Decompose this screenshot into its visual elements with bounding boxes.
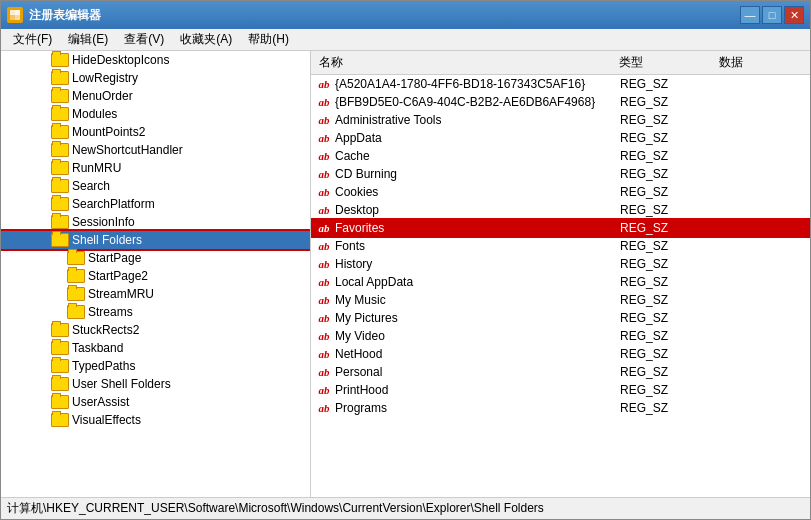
registry-row-0[interactable]: ab{A520A1A4-1780-4FF6-BD18-167343C5AF16}… [311,75,810,93]
main-window: 注册表编辑器 — □ ✕ 文件(F) 编辑(E) 查看(V) 收藏夹(A) 帮助… [0,0,811,520]
column-headers: 名称 类型 数据 [311,51,810,75]
reg-type-icon-3: ab [315,132,333,144]
registry-row-10[interactable]: abHistoryREG_SZ [311,255,810,273]
minimize-button[interactable]: — [740,6,760,24]
tree-item-LowRegistry[interactable]: LowRegistry [1,69,310,87]
reg-type-6: REG_SZ [620,185,720,199]
tree-item-Search[interactable]: Search [1,177,310,195]
window-title: 注册表编辑器 [29,7,734,24]
tree-item-MountPoints2[interactable]: MountPoints2 [1,123,310,141]
reg-type-16: REG_SZ [620,365,720,379]
registry-row-12[interactable]: abMy MusicREG_SZ [311,291,810,309]
menu-help[interactable]: 帮助(H) [240,29,297,50]
folder-icon-UserShellFolders [51,377,69,391]
folder-icon-HideDesktopIcons [51,53,69,67]
reg-name-5: CD Burning [335,167,620,181]
tree-item-MenuOrder[interactable]: MenuOrder [1,87,310,105]
reg-name-13: My Pictures [335,311,620,325]
tree-item-VisualEffects[interactable]: VisualEffects [1,411,310,429]
registry-row-3[interactable]: abAppDataREG_SZ [311,129,810,147]
reg-type-13: REG_SZ [620,311,720,325]
reg-name-2: Administrative Tools [335,113,620,127]
reg-type-8: REG_SZ [620,221,720,235]
tree-label-StartPage: StartPage [88,251,141,265]
folder-icon-LowRegistry [51,71,69,85]
tree-item-Streams[interactable]: Streams [1,303,310,321]
reg-type-3: REG_SZ [620,131,720,145]
tree-item-StartPage2[interactable]: StartPage2 [1,267,310,285]
folder-icon-Search [51,179,69,193]
tree-item-StartPage[interactable]: StartPage [1,249,310,267]
reg-type-1: REG_SZ [620,95,720,109]
menu-file[interactable]: 文件(F) [5,29,60,50]
tree-label-UserShellFolders: User Shell Folders [72,377,171,391]
tree-label-StuckRects2: StuckRects2 [72,323,139,337]
folder-icon-StreamMRU [67,287,85,301]
registry-row-4[interactable]: abCacheREG_SZ [311,147,810,165]
tree-item-Taskband[interactable]: Taskband [1,339,310,357]
registry-row-9[interactable]: abFontsREG_SZ [311,237,810,255]
registry-row-18[interactable]: abProgramsREG_SZ [311,399,810,417]
reg-type-icon-18: ab [315,402,333,414]
tree-item-StuckRects2[interactable]: StuckRects2 [1,321,310,339]
maximize-button[interactable]: □ [762,6,782,24]
registry-row-6[interactable]: abCookiesREG_SZ [311,183,810,201]
tree-label-NewShortcutHandler: NewShortcutHandler [72,143,183,157]
reg-name-18: Programs [335,401,620,415]
reg-name-11: Local AppData [335,275,620,289]
folder-icon-Streams [67,305,85,319]
registry-row-16[interactable]: abPersonalREG_SZ [311,363,810,381]
registry-row-1[interactable]: ab{BFB9D5E0-C6A9-404C-B2B2-AE6DB6AF4968}… [311,93,810,111]
registry-row-17[interactable]: abPrintHoodREG_SZ [311,381,810,399]
tree-item-UserAssist[interactable]: UserAssist [1,393,310,411]
reg-type-7: REG_SZ [620,203,720,217]
tree-label-RunMRU: RunMRU [72,161,121,175]
folder-icon-StartPage2 [67,269,85,283]
menu-edit[interactable]: 编辑(E) [60,29,116,50]
tree-panel[interactable]: HideDesktopIconsLowRegistryMenuOrderModu… [1,51,311,497]
reg-type-icon-5: ab [315,168,333,180]
tree-label-Taskband: Taskband [72,341,123,355]
registry-row-7[interactable]: abDesktopREG_SZ [311,201,810,219]
folder-icon-StartPage [67,251,85,265]
registry-row-5[interactable]: abCD BurningREG_SZ [311,165,810,183]
reg-name-10: History [335,257,620,271]
tree-item-UserShellFolders[interactable]: User Shell Folders [1,375,310,393]
registry-row-2[interactable]: abAdministrative ToolsREG_SZ [311,111,810,129]
window-controls: — □ ✕ [740,6,804,24]
tree-item-TypedPaths[interactable]: TypedPaths [1,357,310,375]
tree-item-SearchPlatform[interactable]: SearchPlatform [1,195,310,213]
tree-item-Modules[interactable]: Modules [1,105,310,123]
tree-item-ShellFolders[interactable]: Shell Folders [1,231,310,249]
svg-rect-1 [15,15,20,20]
col-data: 数据 [715,53,806,72]
reg-name-8: Favorites [335,221,620,235]
reg-type-icon-6: ab [315,186,333,198]
tree-label-Search: Search [72,179,110,193]
tree-item-HideDesktopIcons[interactable]: HideDesktopIcons [1,51,310,69]
registry-list[interactable]: ab{A520A1A4-1780-4FF6-BD18-167343C5AF16}… [311,75,810,497]
tree-item-NewShortcutHandler[interactable]: NewShortcutHandler [1,141,310,159]
registry-row-14[interactable]: abMy VideoREG_SZ [311,327,810,345]
reg-type-icon-12: ab [315,294,333,306]
folder-icon-ShellFolders [51,233,69,247]
tree-label-Streams: Streams [88,305,133,319]
registry-row-8[interactable]: abFavoritesREG_SZ [311,219,810,237]
tree-item-RunMRU[interactable]: RunMRU [1,159,310,177]
reg-type-icon-2: ab [315,114,333,126]
tree-item-StreamMRU[interactable]: StreamMRU [1,285,310,303]
registry-row-11[interactable]: abLocal AppDataREG_SZ [311,273,810,291]
registry-row-15[interactable]: abNetHoodREG_SZ [311,345,810,363]
registry-row-13[interactable]: abMy PicturesREG_SZ [311,309,810,327]
tree-item-SessionInfo[interactable]: SessionInfo [1,213,310,231]
tree-label-TypedPaths: TypedPaths [72,359,135,373]
menu-view[interactable]: 查看(V) [116,29,172,50]
menu-favorites[interactable]: 收藏夹(A) [172,29,240,50]
folder-icon-UserAssist [51,395,69,409]
tree-label-Modules: Modules [72,107,117,121]
close-button[interactable]: ✕ [784,6,804,24]
reg-type-2: REG_SZ [620,113,720,127]
reg-type-icon-17: ab [315,384,333,396]
app-icon [7,7,23,23]
tree-label-MountPoints2: MountPoints2 [72,125,145,139]
